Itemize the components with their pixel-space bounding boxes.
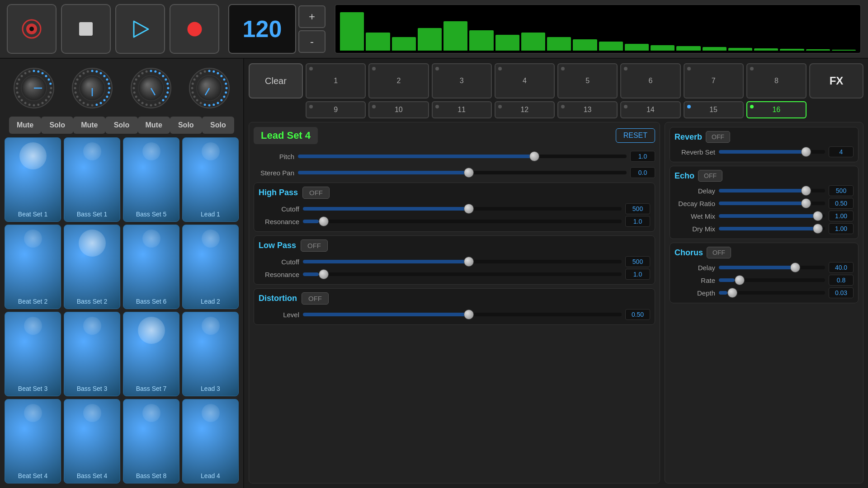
reverb-off-button[interactable]: OFF xyxy=(706,131,730,143)
pitch-slider[interactable] xyxy=(298,155,627,158)
echo-wet-slider[interactable] xyxy=(719,214,825,218)
chorus-rate-thumb[interactable] xyxy=(735,275,745,285)
record-button[interactable] xyxy=(170,4,219,54)
stop-button[interactable] xyxy=(61,4,111,54)
echo-delay-slider[interactable] xyxy=(719,189,825,192)
mute-button-1[interactable]: Mute xyxy=(9,117,41,134)
step-8[interactable]: 8 xyxy=(746,63,807,99)
distortion-level-thumb[interactable] xyxy=(464,310,474,319)
step-14[interactable]: 14 xyxy=(620,101,680,118)
distortion-level-slider[interactable] xyxy=(303,313,622,316)
distortion-off-button[interactable]: OFF xyxy=(302,292,329,305)
high-pass-off-button[interactable]: OFF xyxy=(302,187,330,199)
mute-solo-row: Mute Solo Mute Solo Mute Solo Solo xyxy=(5,117,239,134)
clear-button[interactable]: Clear xyxy=(249,63,303,99)
high-pass-cutoff-row: Cutoff 500 xyxy=(259,202,650,215)
pad-3[interactable]: Bass Set 5 xyxy=(123,137,179,222)
solo-button-3[interactable]: Solo xyxy=(170,117,202,134)
step-4[interactable]: 4 xyxy=(495,63,555,99)
mute-button-3[interactable]: Mute xyxy=(138,117,170,134)
step-1[interactable]: 1 xyxy=(306,63,366,99)
echo-wet-thumb[interactable] xyxy=(813,211,823,221)
stereo-pan-slider[interactable] xyxy=(298,171,627,174)
pad-10[interactable]: Bass Set 3 xyxy=(64,312,120,396)
pad-4[interactable]: Lead 1 xyxy=(182,137,239,222)
pad-8[interactable]: Lead 2 xyxy=(182,225,239,309)
high-pass-section: High Pass OFF Cutoff 500 Resonance xyxy=(254,183,655,232)
pad-7[interactable]: Bass Set 6 xyxy=(123,225,179,309)
pad-12[interactable]: Lead 3 xyxy=(182,312,239,396)
left-panel: Mute Solo Mute Solo Mute Solo Solo Beat … xyxy=(0,59,244,488)
chorus-depth-slider[interactable] xyxy=(719,291,825,295)
mute-button-2[interactable]: Mute xyxy=(73,117,105,134)
echo-dry-slider[interactable] xyxy=(719,227,825,230)
pad-14[interactable]: Bass Set 4 xyxy=(64,399,120,483)
svg-marker-4 xyxy=(134,21,148,37)
pitch-thumb[interactable] xyxy=(529,151,539,161)
step-16[interactable]: 16 xyxy=(746,101,807,118)
low-pass-resonance-fill xyxy=(303,272,319,276)
record-loop-button[interactable] xyxy=(7,4,57,54)
chorus-off-button[interactable]: OFF xyxy=(707,247,731,258)
chorus-depth-thumb[interactable] xyxy=(727,288,737,298)
chorus-delay-thumb[interactable] xyxy=(790,263,800,272)
spectrum-bar xyxy=(469,30,493,51)
step-6[interactable]: 6 xyxy=(620,63,680,99)
solo-button-4[interactable]: Solo xyxy=(202,117,234,134)
pad-9[interactable]: Beat Set 3 xyxy=(5,312,61,396)
high-pass-resonance-slider[interactable] xyxy=(303,220,622,223)
step-3[interactable]: 3 xyxy=(432,63,492,99)
pad-1[interactable]: Beat Set 1 xyxy=(5,137,61,222)
pad-15[interactable]: Bass Set 8 xyxy=(123,399,179,483)
bpm-plus-button[interactable]: + xyxy=(298,5,326,28)
pitch-value: 1.0 xyxy=(630,151,655,162)
step-2[interactable]: 2 xyxy=(368,63,429,99)
step-13[interactable]: 13 xyxy=(557,101,618,118)
chorus-delay-value: 40.0 xyxy=(829,262,854,273)
pad-13[interactable]: Beat Set 4 xyxy=(5,399,61,483)
step-12[interactable]: 12 xyxy=(495,101,555,118)
reset-button[interactable]: RESET xyxy=(616,128,655,143)
low-pass-cutoff-slider[interactable] xyxy=(303,260,622,263)
step-11[interactable]: 11 xyxy=(432,101,492,118)
stereo-pan-thumb[interactable] xyxy=(464,168,474,178)
pad-11[interactable]: Bass Set 7 xyxy=(123,312,179,396)
step-5[interactable]: 5 xyxy=(557,63,618,99)
echo-decay-slider[interactable] xyxy=(719,202,825,205)
echo-decay-thumb[interactable] xyxy=(801,198,811,208)
low-pass-cutoff-thumb[interactable] xyxy=(464,257,474,267)
pad-2[interactable]: Bass Set 1 xyxy=(64,137,120,222)
bpm-minus-button[interactable]: - xyxy=(298,30,326,53)
solo-button-1[interactable]: Solo xyxy=(41,117,73,134)
step-10[interactable]: 10 xyxy=(368,101,429,118)
reverb-set-thumb[interactable] xyxy=(801,147,811,157)
knob-4[interactable] xyxy=(187,66,232,111)
high-pass-cutoff-thumb[interactable] xyxy=(464,204,474,214)
knob-2[interactable] xyxy=(70,66,115,111)
high-pass-cutoff-slider[interactable] xyxy=(303,207,622,211)
pad-16[interactable]: Lead 4 xyxy=(182,399,239,483)
knob-1[interactable] xyxy=(11,66,57,111)
echo-dry-thumb[interactable] xyxy=(813,224,823,234)
step-15[interactable]: 15 xyxy=(684,101,744,118)
echo-decay-label: Decay Ratio xyxy=(675,200,715,207)
low-pass-off-button[interactable]: OFF xyxy=(301,239,328,252)
distortion-title: Distortion xyxy=(259,294,297,303)
echo-delay-thumb[interactable] xyxy=(801,186,811,196)
pad-5[interactable]: Beat Set 2 xyxy=(5,225,61,309)
play-button[interactable] xyxy=(115,4,165,54)
step-7[interactable]: 7 xyxy=(684,63,744,99)
solo-button-2[interactable]: Solo xyxy=(105,117,137,134)
high-pass-resonance-thumb[interactable] xyxy=(319,216,329,226)
knob-3[interactable] xyxy=(128,66,174,111)
chorus-rate-slider[interactable] xyxy=(719,278,825,282)
echo-off-button[interactable]: OFF xyxy=(698,170,722,182)
fx-button[interactable]: FX xyxy=(809,63,863,99)
chorus-delay-slider[interactable] xyxy=(719,266,825,269)
chorus-depth-row: Depth 0.03 xyxy=(675,286,854,299)
low-pass-resonance-thumb[interactable] xyxy=(319,269,329,279)
pad-6[interactable]: Bass Set 2 xyxy=(64,225,120,309)
step-9[interactable]: 9 xyxy=(306,101,366,118)
low-pass-resonance-slider[interactable] xyxy=(303,272,622,276)
reverb-set-slider[interactable] xyxy=(719,150,825,154)
